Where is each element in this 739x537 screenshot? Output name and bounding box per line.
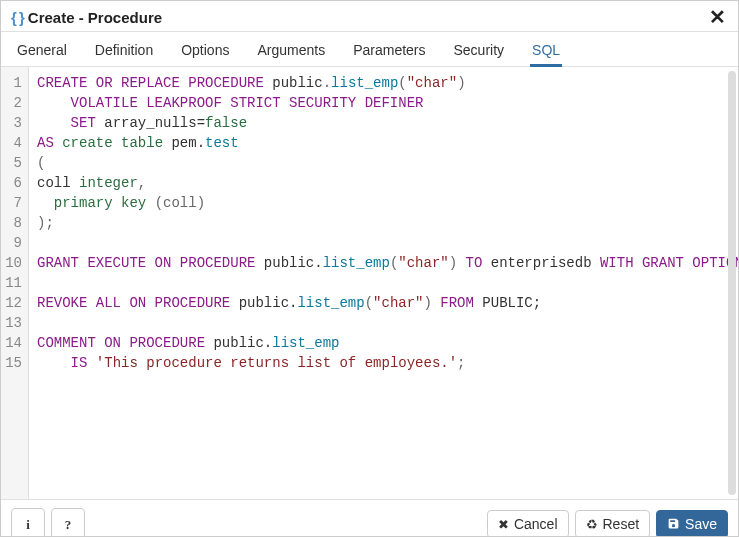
close-icon[interactable]: ✕ xyxy=(709,7,726,27)
line-number: 3 xyxy=(5,113,22,133)
tab-sql[interactable]: SQL xyxy=(530,38,562,66)
code-line[interactable]: ); xyxy=(37,213,730,233)
code-line[interactable]: primary key (coll) xyxy=(37,193,730,213)
info-button[interactable]: i xyxy=(11,508,45,537)
save-icon xyxy=(667,517,680,532)
title-wrap: { } Create - Procedure xyxy=(11,9,162,26)
code-line[interactable]: REVOKE ALL ON PROCEDURE public.list_emp(… xyxy=(37,293,730,313)
sql-editor[interactable]: 123456789101112131415 CREATE OR REPLACE … xyxy=(1,67,738,499)
help-icon: ? xyxy=(65,518,72,531)
procedure-icon: { } xyxy=(11,9,24,26)
code-line[interactable] xyxy=(37,273,730,293)
line-number: 5 xyxy=(5,153,22,173)
code-line[interactable]: SET array_nulls=false xyxy=(37,113,730,133)
cancel-label: Cancel xyxy=(514,516,558,532)
code-line[interactable] xyxy=(37,233,730,253)
tab-options[interactable]: Options xyxy=(179,38,231,66)
tab-general[interactable]: General xyxy=(15,38,69,66)
dialog-header: { } Create - Procedure ✕ xyxy=(1,1,738,32)
code-line[interactable]: COMMENT ON PROCEDURE public.list_emp xyxy=(37,333,730,353)
tab-bar: General Definition Options Arguments Par… xyxy=(1,32,738,67)
dialog-title: Create - Procedure xyxy=(28,9,162,26)
code-line[interactable]: CREATE OR REPLACE PROCEDURE public.list_… xyxy=(37,73,730,93)
tab-arguments[interactable]: Arguments xyxy=(255,38,327,66)
save-button[interactable]: Save xyxy=(656,510,728,537)
code-line[interactable] xyxy=(37,313,730,333)
code-line[interactable]: IS 'This procedure returns list of emplo… xyxy=(37,353,730,373)
cancel-button[interactable]: ✖ Cancel xyxy=(487,510,569,537)
line-number: 15 xyxy=(5,353,22,373)
line-number: 4 xyxy=(5,133,22,153)
tab-parameters[interactable]: Parameters xyxy=(351,38,427,66)
code-line[interactable]: AS create table pem.test xyxy=(37,133,730,153)
line-number: 12 xyxy=(5,293,22,313)
reset-label: Reset xyxy=(603,516,640,532)
info-icon: i xyxy=(26,518,30,531)
dialog-footer: i ? ✖ Cancel ♻ Reset Save xyxy=(1,499,738,537)
sql-code-area[interactable]: CREATE OR REPLACE PROCEDURE public.list_… xyxy=(29,67,738,499)
code-line[interactable]: VOLATILE LEAKPROOF STRICT SECURITY DEFIN… xyxy=(37,93,730,113)
code-line[interactable]: GRANT EXECUTE ON PROCEDURE public.list_e… xyxy=(37,253,730,273)
line-number: 7 xyxy=(5,193,22,213)
vertical-scrollbar[interactable] xyxy=(728,71,736,495)
reset-button[interactable]: ♻ Reset xyxy=(575,510,651,537)
recycle-icon: ♻ xyxy=(586,518,598,531)
line-number: 6 xyxy=(5,173,22,193)
footer-right: ✖ Cancel ♻ Reset Save xyxy=(487,510,728,537)
line-number: 1 xyxy=(5,73,22,93)
line-number: 9 xyxy=(5,233,22,253)
line-number: 14 xyxy=(5,333,22,353)
line-number-gutter: 123456789101112131415 xyxy=(1,67,29,499)
help-button[interactable]: ? xyxy=(51,508,85,537)
line-number: 10 xyxy=(5,253,22,273)
tab-definition[interactable]: Definition xyxy=(93,38,155,66)
line-number: 8 xyxy=(5,213,22,233)
line-number: 2 xyxy=(5,93,22,113)
code-line[interactable]: coll integer, xyxy=(37,173,730,193)
close-icon: ✖ xyxy=(498,518,509,531)
line-number: 13 xyxy=(5,313,22,333)
tab-security[interactable]: Security xyxy=(452,38,507,66)
footer-left: i ? xyxy=(11,508,85,537)
code-line[interactable]: ( xyxy=(37,153,730,173)
line-number: 11 xyxy=(5,273,22,293)
save-label: Save xyxy=(685,516,717,532)
